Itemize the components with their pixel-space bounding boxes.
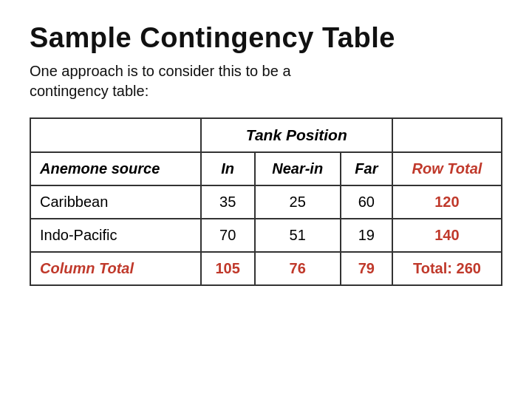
- subtitle: One approach is to consider this to be a…: [30, 61, 502, 101]
- table-row: Caribbean352560120: [30, 185, 502, 219]
- page-title: Sample Contingency Table: [30, 22, 502, 54]
- col-near-in-header: Near-in: [255, 152, 341, 185]
- row-in-1: 70: [201, 219, 255, 252]
- top-right-empty: [392, 118, 502, 152]
- row-total-0: 120: [392, 185, 502, 219]
- table-subheader-row: Anemone source In Near-in Far Row Total: [30, 152, 502, 185]
- row-total-1: 140: [392, 219, 502, 252]
- row-label-1: Indo-Pacific: [30, 219, 201, 252]
- row-in-0: 35: [201, 185, 255, 219]
- table-body: Caribbean352560120Indo-Pacific705119140: [30, 185, 502, 252]
- col-total-in: 105: [201, 252, 255, 285]
- column-total-row: Column Total 105 76 79 Total: 260: [30, 252, 502, 285]
- row-far-1: 19: [341, 219, 392, 252]
- table-header-row: Tank Position: [30, 118, 502, 152]
- col-in-header: In: [201, 152, 255, 185]
- col-far-header: Far: [341, 152, 392, 185]
- col-total-far: 79: [341, 252, 392, 285]
- anemone-source-header: Anemone source: [30, 152, 201, 185]
- row-far-0: 60: [341, 185, 392, 219]
- row-label-0: Caribbean: [30, 185, 201, 219]
- row-total-header: Row Total: [392, 152, 502, 185]
- col-total-near-in: 76: [255, 252, 341, 285]
- table-row: Indo-Pacific705119140: [30, 219, 502, 252]
- row-near-in-1: 51: [255, 219, 341, 252]
- page-container: Sample Contingency Table One approach is…: [0, 0, 532, 301]
- row-near-in-0: 25: [255, 185, 341, 219]
- subtitle-line1: One approach is to consider this to be a: [30, 63, 291, 79]
- contingency-table: Tank Position Anemone source In Near-in …: [30, 117, 502, 286]
- col-total-row: Total: 260: [392, 252, 502, 285]
- subtitle-line2: contingency table:: [30, 83, 149, 99]
- tank-position-header: Tank Position: [201, 118, 392, 152]
- column-total-label: Column Total: [30, 252, 201, 285]
- top-left-empty: [30, 118, 201, 152]
